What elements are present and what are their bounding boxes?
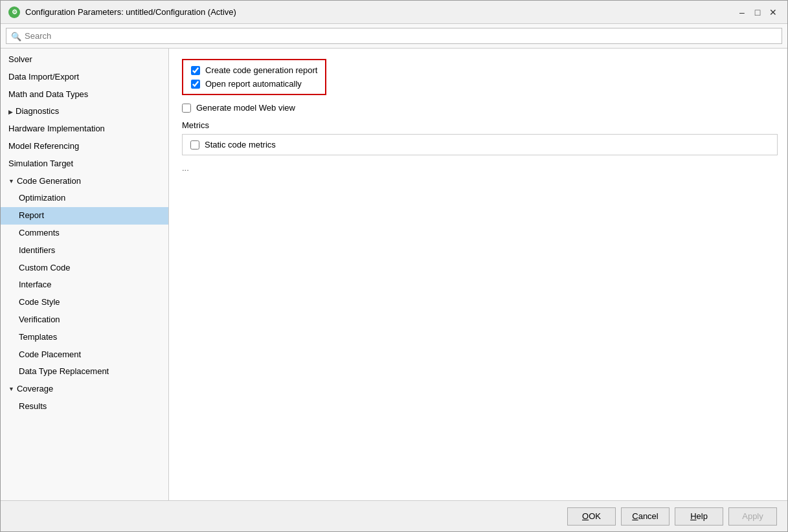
open-report-label[interactable]: Open report automatically — [205, 79, 302, 89]
sidebar-item-label: Verification — [19, 315, 60, 324]
static-metrics-row: Static code metrics — [190, 140, 769, 150]
sidebar-item-optimization[interactable]: Optimization — [1, 190, 168, 207]
metrics-label: Metrics — [182, 120, 774, 130]
app-icon: ⚙ — [8, 6, 20, 18]
sidebar-item-comments[interactable]: Comments — [1, 225, 168, 242]
static-metrics-checkbox[interactable] — [190, 140, 199, 150]
sidebar-item-label: Solver — [8, 54, 32, 64]
sidebar-item-label: Code Placement — [19, 349, 81, 359]
sidebar-item-label: Data Import/Export — [8, 72, 79, 82]
search-input[interactable] — [6, 28, 782, 44]
highlighted-section: Create code generation report Open repor… — [182, 59, 326, 95]
minimize-button[interactable]: – — [736, 6, 749, 19]
sidebar-item-templates[interactable]: Templates — [1, 329, 168, 346]
sidebar-item-code-placement[interactable]: Code Placement — [1, 346, 168, 364]
search-bar: 🔍 — [1, 24, 787, 49]
sidebar-item-verification[interactable]: Verification — [1, 311, 168, 329]
open-report-checkbox[interactable] — [191, 80, 200, 89]
apply-button[interactable]: Apply — [728, 507, 777, 526]
main-area: SolverData Import/ExportMath and Data Ty… — [1, 49, 787, 500]
sidebar-item-results[interactable]: Results — [1, 398, 168, 416]
search-icon: 🔍 — [11, 31, 21, 41]
sidebar-item-label: Comments — [19, 228, 60, 238]
create-report-checkbox[interactable] — [191, 66, 200, 75]
sidebar-item-interface[interactable]: Interface — [1, 276, 168, 294]
title-bar-left: ⚙ Configuration Parameters: untitled/Con… — [8, 6, 236, 18]
static-metrics-label[interactable]: Static code metrics — [205, 140, 276, 150]
sidebar-item-coverage[interactable]: ▼Coverage — [1, 381, 168, 398]
sidebar-item-code-style[interactable]: Code Style — [1, 294, 168, 311]
sidebar-item-report[interactable]: Report — [1, 207, 168, 225]
sidebar-item-label: Interface — [19, 280, 52, 289]
generate-web-view-row: Generate model Web view — [182, 103, 774, 113]
bottom-bar: OOK Cancel Help Apply — [1, 500, 787, 531]
sidebar-item-label: Simulation Target — [8, 159, 73, 168]
sidebar-item-data-import-export[interactable]: Data Import/Export — [1, 69, 168, 86]
open-report-row: Open report automatically — [191, 79, 317, 89]
sidebar-item-label: Data Type Replacement — [19, 366, 109, 376]
sidebar-item-label: Custom Code — [19, 263, 70, 272]
sidebar-item-label: Report — [19, 210, 44, 220]
sidebar-item-model-referencing[interactable]: Model Referencing — [1, 138, 168, 155]
sidebar-item-data-type-replacement[interactable]: Data Type Replacement — [1, 363, 168, 381]
title-controls: – □ ✕ — [736, 6, 780, 19]
content-area: Create code generation report Open repor… — [169, 49, 787, 500]
window-title: Configuration Parameters: untitled/Confi… — [25, 7, 236, 17]
create-report-label[interactable]: Create code generation report — [205, 65, 317, 75]
metrics-box: Static code metrics — [182, 134, 778, 155]
sidebar-item-label: Diagnostics — [16, 105, 59, 118]
help-label: Help — [690, 511, 708, 521]
sidebar-item-label: Results — [19, 401, 47, 411]
sidebar-item-code-generation[interactable]: ▼Code Generation — [1, 173, 168, 190]
sidebar-item-label: Code Generation — [17, 175, 81, 188]
triangle-icon: ▶ — [8, 107, 13, 116]
sidebar-item-label: Hardware Implementation — [8, 124, 105, 133]
sidebar-item-identifiers[interactable]: Identifiers — [1, 242, 168, 260]
sidebar-item-label: Optimization — [19, 193, 65, 203]
sidebar-item-label: Code Style — [19, 297, 60, 307]
sidebar-item-math-data-types[interactable]: Math and Data Types — [1, 86, 168, 104]
triangle-icon: ▼ — [8, 177, 14, 186]
generate-web-view-checkbox[interactable] — [182, 104, 191, 113]
search-wrapper: 🔍 — [6, 28, 782, 44]
sidebar-item-custom-code[interactable]: Custom Code — [1, 260, 168, 277]
generate-web-view-label[interactable]: Generate model Web view — [196, 103, 295, 113]
cancel-label: Cancel — [632, 511, 658, 521]
sidebar-item-solver[interactable]: Solver — [1, 51, 168, 69]
maximize-button[interactable]: □ — [751, 6, 764, 19]
sidebar-item-label: Coverage — [17, 382, 53, 396]
create-report-row: Create code generation report — [191, 65, 317, 75]
ok-button[interactable]: OOK — [567, 507, 616, 526]
close-button[interactable]: ✕ — [767, 6, 780, 19]
dots-indicator: ... — [182, 163, 774, 173]
main-window: ⚙ Configuration Parameters: untitled/Con… — [0, 0, 788, 532]
sidebar-item-hardware-impl[interactable]: Hardware Implementation — [1, 120, 168, 138]
sidebar-item-label: Math and Data Types — [8, 89, 88, 99]
ok-label: OOK — [582, 511, 601, 521]
sidebar-item-label: Model Referencing — [8, 141, 79, 151]
sidebar-item-simulation-target[interactable]: Simulation Target — [1, 155, 168, 173]
cancel-button[interactable]: Cancel — [621, 507, 670, 526]
sidebar-item-label: Identifiers — [19, 245, 55, 255]
help-button[interactable]: Help — [675, 507, 723, 526]
sidebar: SolverData Import/ExportMath and Data Ty… — [1, 49, 169, 500]
title-bar: ⚙ Configuration Parameters: untitled/Con… — [1, 1, 787, 24]
triangle-icon: ▼ — [8, 384, 14, 393]
sidebar-item-label: Templates — [19, 332, 57, 342]
sidebar-item-diagnostics[interactable]: ▶Diagnostics — [1, 103, 168, 120]
